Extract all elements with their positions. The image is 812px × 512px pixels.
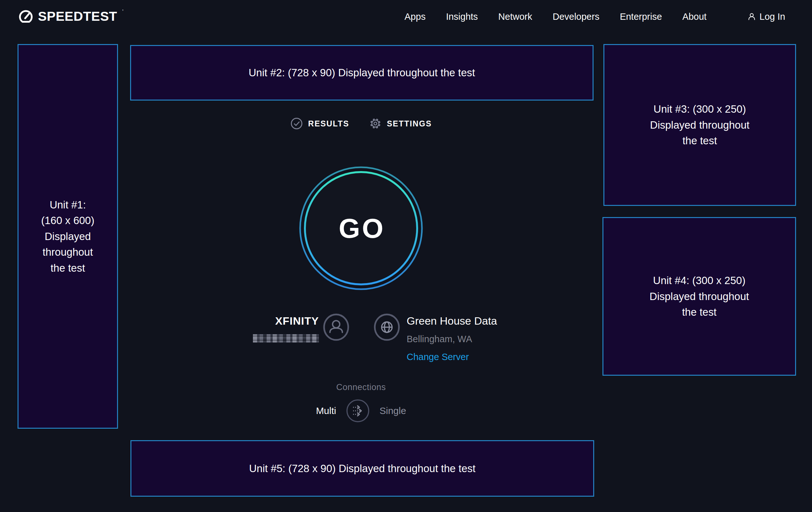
multi-arrows-icon	[346, 399, 370, 423]
tab-settings[interactable]: SETTINGS	[369, 117, 432, 130]
tab-results[interactable]: RESULTS	[290, 117, 349, 130]
redacted-ip-address	[253, 334, 319, 343]
trademark-mark: ’	[122, 9, 123, 15]
isp-block: XFINITY	[191, 315, 319, 343]
gear-icon	[369, 117, 382, 130]
person-circle-icon	[323, 314, 349, 342]
brand-wordmark: SPEEDTEST	[38, 9, 117, 24]
nav-item-about[interactable]: About	[683, 11, 707, 22]
ad-unit-2-text: Unit #2: (728 x 90) Displayed throughout…	[249, 65, 475, 81]
person-icon	[747, 12, 756, 21]
ad-unit-2[interactable]: Unit #2: (728 x 90) Displayed throughout…	[130, 45, 593, 101]
nav-item-insights[interactable]: Insights	[446, 11, 478, 22]
ad-unit-1-line: Unit #1:	[50, 197, 86, 213]
ad-unit-5-text: Unit #5: (728 x 90) Displayed throughout…	[249, 461, 475, 477]
ad-unit-4-line: Unit #4: (300 x 250)	[653, 273, 746, 289]
check-circle-icon	[290, 117, 303, 130]
ad-unit-1-line: throughout	[43, 244, 93, 260]
tab-results-label: RESULTS	[308, 119, 349, 128]
server-block: Green House Data Bellingham, WA Change S…	[407, 315, 541, 362]
ad-unit-3-line: the test	[683, 133, 717, 149]
go-label: GO	[297, 164, 425, 292]
server-name: Green House Data	[407, 315, 541, 327]
gauge-icon	[18, 9, 33, 25]
ad-unit-1-line: Displayed	[45, 228, 91, 244]
connections-label: Connections	[281, 382, 441, 392]
nav-item-apps[interactable]: Apps	[404, 11, 426, 22]
login-label: Log In	[759, 11, 785, 22]
connections-toggle[interactable]	[346, 399, 370, 423]
top-nav: SPEEDTEST ’ Apps Insights Network Develo…	[0, 0, 812, 33]
ad-unit-4-line: the test	[682, 304, 716, 320]
speedtest-page: SPEEDTEST ’ Apps Insights Network Develo…	[0, 0, 812, 512]
login-button[interactable]: Log In	[747, 11, 785, 22]
connections-multi-option[interactable]: Multi	[316, 405, 336, 416]
isp-name: XFINITY	[191, 315, 319, 327]
nav-item-developers[interactable]: Developers	[553, 11, 600, 22]
ad-unit-1-line: the test	[50, 260, 85, 276]
nav-menu: Apps Insights Network Developers Enterpr…	[404, 11, 785, 22]
connections-section: Connections Multi Single	[281, 382, 441, 423]
connections-row: Multi Single	[281, 399, 441, 423]
view-tabs: RESULTS SETTINGS	[265, 116, 457, 131]
ad-unit-1[interactable]: Unit #1: (160 x 600) Displayed throughou…	[18, 44, 118, 429]
ad-unit-3-line: Displayed throughout	[650, 117, 750, 133]
go-button[interactable]: GO	[297, 164, 425, 292]
ad-unit-3-line: Unit #3: (300 x 250)	[654, 101, 746, 117]
globe-icon	[374, 314, 400, 342]
ad-unit-4-line: Displayed throughout	[650, 289, 749, 304]
ad-unit-4[interactable]: Unit #4: (300 x 250) Displayed throughou…	[603, 217, 796, 376]
nav-item-network[interactable]: Network	[498, 11, 532, 22]
nav-item-enterprise[interactable]: Enterprise	[620, 11, 662, 22]
ad-unit-5[interactable]: Unit #5: (728 x 90) Displayed throughout…	[130, 440, 594, 497]
ad-unit-1-line: (160 x 600)	[41, 213, 94, 228]
change-server-link[interactable]: Change Server	[407, 352, 469, 362]
connections-single-option[interactable]: Single	[379, 405, 406, 416]
tab-settings-label: SETTINGS	[387, 119, 432, 128]
server-location: Bellingham, WA	[407, 334, 541, 344]
ad-unit-3[interactable]: Unit #3: (300 x 250) Displayed throughou…	[603, 44, 796, 206]
speedtest-logo[interactable]: SPEEDTEST ’	[18, 9, 123, 25]
